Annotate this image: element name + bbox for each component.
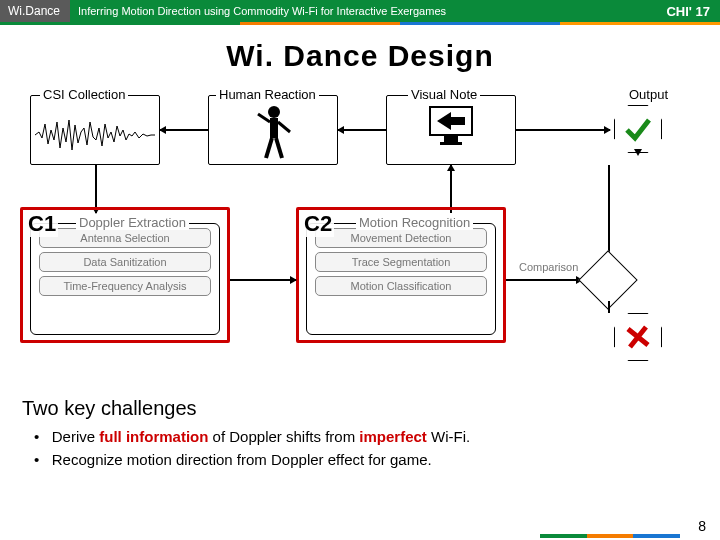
output-wrong: [614, 313, 662, 361]
cross-icon: [622, 321, 654, 353]
arrow-visual-to-human: [338, 129, 386, 131]
arrow-motion-to-comparison: [506, 279, 582, 281]
label-human: Human Reaction: [216, 87, 319, 102]
label-c1: C1: [26, 211, 58, 237]
arrow-motion-up: [450, 165, 452, 213]
arrow-csi-down: [95, 165, 97, 213]
slide-title: Wi. Dance Design: [0, 39, 720, 73]
box-human-reaction: [208, 95, 338, 165]
arrow-visual-to-output: [516, 129, 610, 131]
svg-point-0: [268, 106, 280, 118]
label-c2: C2: [302, 211, 334, 237]
page-number: 8: [698, 518, 706, 534]
topbar-conf: CHI' 17: [656, 0, 720, 22]
text-section: Two key challenges • Derive full informa…: [22, 397, 698, 471]
svg-line-5: [276, 138, 282, 158]
label-comparison: Comparison: [516, 261, 581, 273]
label-visual: Visual Note: [408, 87, 480, 102]
connector-to-wrong: [608, 301, 610, 313]
svg-marker-6: [437, 112, 465, 130]
subheading: Two key challenges: [22, 397, 698, 420]
label-csi: CSI Collection: [40, 87, 128, 102]
topbar-subtitle: Inferring Motion Direction using Commodi…: [70, 0, 656, 22]
accent-bottom: [540, 534, 680, 538]
arrow-left-icon: [431, 108, 471, 134]
bullet-1: • Derive full information of Doppler shi…: [34, 426, 698, 449]
output-correct: [614, 105, 662, 153]
accent-bar: [0, 22, 720, 25]
box-csi-collection: [30, 95, 160, 165]
check-icon: [622, 113, 654, 145]
topbar-brand: Wi.Dance: [0, 0, 70, 22]
svg-line-2: [258, 114, 270, 122]
waveform-icon: [35, 110, 157, 160]
design-diagram: CSI Collection Human Reaction Visual Not…: [10, 83, 710, 393]
arrow-doppler-to-motion: [230, 279, 296, 281]
box-visual-note: [386, 95, 516, 165]
arrow-human-to-csi: [160, 129, 208, 131]
bullet-2: • Recognize motion direction from Dopple…: [34, 449, 698, 472]
bullet-list: • Derive full information of Doppler shi…: [34, 426, 698, 471]
topbar: Wi.Dance Inferring Motion Direction usin…: [0, 0, 720, 22]
label-output: Output: [626, 87, 671, 102]
svg-line-3: [278, 122, 290, 132]
person-icon: [254, 104, 294, 160]
svg-rect-1: [270, 118, 278, 138]
svg-line-4: [266, 138, 272, 158]
monitor-icon: [429, 106, 473, 136]
